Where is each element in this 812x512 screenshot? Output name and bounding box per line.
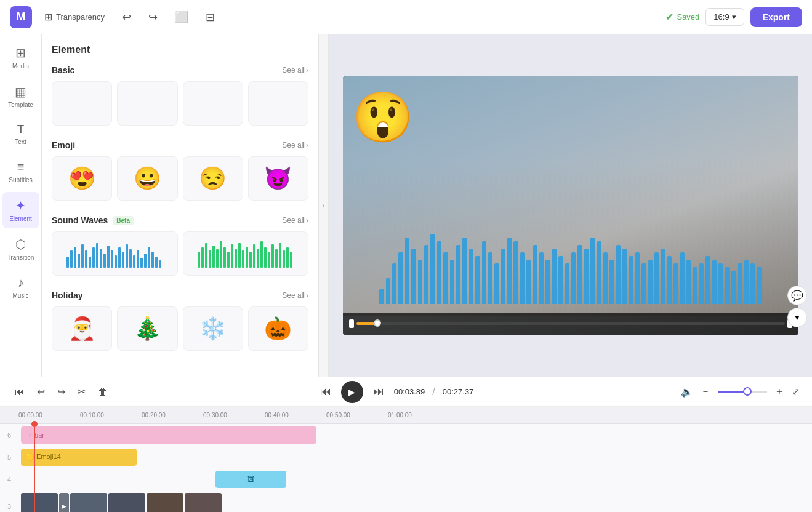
ratio-button[interactable]: 16:9 ▾ [705, 8, 744, 26]
skip-back-button[interactable]: ⏮ [12, 384, 27, 400]
panel-collapse-toggle[interactable]: ‹ [319, 34, 329, 377]
transition-icon: ⬡ [15, 237, 26, 252]
svg-rect-2 [74, 247, 76, 268]
svg-rect-1 [70, 250, 73, 268]
basic-item-2[interactable] [117, 81, 177, 126]
timeline-handle-left[interactable] [349, 319, 354, 328]
element-panel: Element Basic See all › Emoji [42, 34, 319, 377]
sidebar-item-transition[interactable]: ⬡ Transition [2, 231, 39, 267]
svg-rect-50 [286, 247, 289, 268]
play-button[interactable]: ▶ [341, 381, 363, 403]
basic-item-3[interactable] [183, 81, 243, 126]
wave-bar-16 [482, 241, 486, 304]
holiday-item-2[interactable]: 🎄 [117, 306, 177, 351]
holiday-item-1[interactable]: 🎅 [52, 306, 112, 351]
wave-bar-19 [501, 249, 505, 304]
sidebar-item-music[interactable]: ♪ Music [2, 270, 39, 305]
sidebar-label-media: Media [12, 63, 29, 70]
emoji-item-2[interactable]: 😀 [117, 156, 177, 201]
basic-see-all[interactable]: See all › [282, 66, 308, 74]
wave-bar-8 [430, 234, 435, 304]
video-thumb-3 [108, 493, 145, 513]
saved-label: Saved [677, 12, 699, 22]
wave-bar-50 [699, 263, 704, 304]
sound-waves-title: Sound Waves Beta [52, 215, 134, 225]
sidebar-item-template[interactable]: ▦ Template [2, 78, 39, 114]
sidebar-label-element: Element [9, 215, 32, 222]
svg-rect-25 [159, 260, 161, 268]
clip-image[interactable]: 🖼 [215, 471, 286, 488]
sidebar-item-text[interactable]: T Text [2, 117, 39, 151]
wave-item-1[interactable] [52, 231, 178, 276]
svg-rect-20 [140, 258, 143, 268]
wave-item-2[interactable] [183, 231, 309, 276]
clip-emoji14[interactable]: 🟡 Emoji14 [21, 449, 137, 466]
emoji-see-all[interactable]: See all › [282, 141, 308, 150]
transparency-button[interactable]: ⊞ Transparency [39, 9, 110, 25]
volume-button[interactable]: 🔈 [681, 386, 693, 398]
svg-rect-31 [216, 249, 219, 268]
scroll-down-button[interactable]: ▼ [787, 308, 807, 327]
emoji-item-4[interactable]: 😈 [248, 156, 308, 201]
skip-start-button[interactable]: ⏮ [318, 383, 334, 401]
holiday-see-all[interactable]: See all › [282, 291, 308, 300]
crop-button[interactable]: ⬜ [170, 8, 193, 26]
sidebar-item-subtitles[interactable]: ≡ Subtitles [2, 154, 39, 190]
delete-button[interactable]: 🗑 [95, 384, 110, 400]
wave-bar-47 [680, 252, 685, 304]
flip-horizontal-button[interactable]: ↩ [117, 8, 136, 26]
wave-bar-9 [437, 241, 441, 304]
video-thumb-mid: ▶ [59, 493, 69, 513]
sidebar-item-element[interactable]: ✦ Element [2, 192, 39, 228]
ruler-40: 00:40.00 [265, 412, 289, 418]
zoom-slider[interactable] [718, 391, 767, 393]
zoom-in-button[interactable]: ＋ [774, 385, 784, 398]
timeline-track[interactable] [356, 322, 785, 325]
zoom-out-button[interactable]: － [701, 385, 710, 398]
wave-bar-37 [616, 245, 621, 304]
flip-vertical-button[interactable]: ↪ [143, 8, 163, 26]
wave-svg-1 [65, 238, 164, 269]
cut-button[interactable]: ✂ [75, 383, 88, 400]
split-button[interactable]: ⊟ [201, 8, 220, 26]
wave-bar-51 [705, 256, 710, 304]
ruler-10: 00:10.00 [80, 412, 104, 418]
emoji-item-3[interactable]: 😒 [183, 156, 243, 201]
fullscreen-button[interactable]: ⤢ [792, 386, 800, 398]
topbar-left: M [10, 6, 32, 28]
wave-bar-31 [577, 245, 582, 304]
holiday-item-4[interactable]: 🎃 [248, 306, 308, 351]
svg-rect-24 [155, 257, 158, 268]
holiday-item-3[interactable]: ❄️ [183, 306, 243, 351]
undo-button[interactable]: ↩ [34, 383, 47, 400]
sidebar-item-media[interactable]: ⊞ Media [2, 39, 39, 76]
track-num-5: 5 [0, 454, 18, 461]
clip-bar[interactable]: ⟋ bar [21, 426, 316, 444]
topbar-right: ✔ Saved 16:9 ▾ Export [665, 7, 802, 27]
help-button[interactable]: 💬 [787, 286, 807, 305]
basic-item-4[interactable] [248, 81, 308, 126]
emoji-item-1[interactable]: 😍 [52, 156, 112, 201]
video-track[interactable]: ▶ [21, 492, 255, 513]
redo-button[interactable]: ↪ [55, 383, 68, 400]
wave-bar-48 [686, 260, 691, 304]
svg-rect-28 [205, 243, 207, 268]
wave-bar-52 [712, 260, 717, 304]
playhead-thumb[interactable] [374, 319, 381, 327]
svg-rect-45 [268, 252, 270, 268]
svg-rect-18 [133, 255, 135, 268]
svg-rect-6 [89, 257, 91, 268]
sound-waves-see-all[interactable]: See all › [282, 216, 308, 225]
sidebar: ⊞ Media ▦ Template T Text ≡ Subtitles ✦ … [0, 34, 42, 377]
skip-end-button[interactable]: ⏭ [371, 383, 387, 401]
playback-controls: ⏮ ↩ ↪ ✂ 🗑 ⏮ ▶ ⏭ 00:03.89 / 00:27.37 🔈 － … [0, 377, 812, 407]
basic-title: Basic [52, 65, 74, 75]
export-button[interactable]: Export [750, 7, 802, 27]
chevron-right-icon-2: › [306, 141, 308, 150]
ratio-value: 16:9 [714, 12, 729, 22]
beta-badge: Beta [113, 216, 134, 225]
svg-rect-33 [223, 247, 226, 268]
basic-item-1[interactable] [52, 81, 112, 126]
wave-bar-10 [443, 252, 448, 304]
holiday-grid: 🎅 🎄 ❄️ 🎃 [52, 306, 308, 351]
